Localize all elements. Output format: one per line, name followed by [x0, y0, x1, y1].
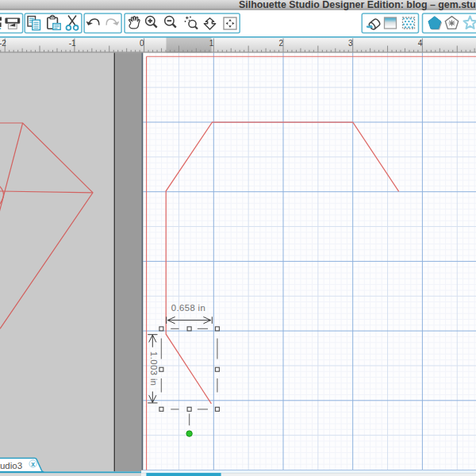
- svg-text:1.003 in: 1.003 in: [149, 351, 159, 386]
- svg-text:3: 3: [348, 39, 353, 48]
- svg-text:Silhouette Studio Designer Edi: Silhouette Studio Designer Edition: blog…: [239, 0, 476, 10]
- svg-text:0: 0: [140, 39, 144, 48]
- svg-text:-2: -2: [0, 39, 6, 48]
- svg-text:4: 4: [418, 39, 423, 48]
- svg-text:2: 2: [278, 39, 283, 48]
- svg-text:1: 1: [209, 39, 214, 48]
- svg-text:-1: -1: [69, 39, 76, 48]
- svg-text:studio3: studio3: [0, 461, 22, 470]
- svg-text:0.658 in: 0.658 in: [171, 303, 205, 313]
- svg-text:x: x: [31, 460, 35, 468]
